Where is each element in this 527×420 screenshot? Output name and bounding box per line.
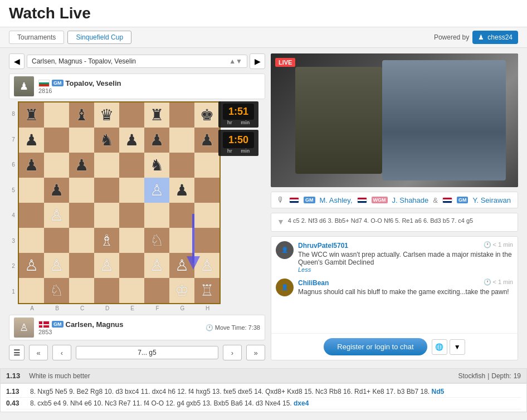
cell-e4[interactable] (119, 203, 144, 228)
prev-move-button[interactable]: ‹ (52, 345, 71, 360)
cell-g1[interactable]: ♔ (169, 278, 194, 303)
cell-b4[interactable]: ♙ (44, 203, 69, 228)
cell-d5[interactable] (94, 178, 119, 203)
cell-d3[interactable]: ♗ (94, 228, 119, 253)
cell-d2[interactable]: ♙ (94, 253, 119, 278)
chess-board[interactable]: ♜ ♝ ♛ ♜ ♚ ♟ ♞ ♟ ♟ ♟ (18, 101, 221, 304)
cell-h3[interactable] (194, 228, 219, 253)
cell-a3[interactable] (19, 228, 44, 253)
cell-b5[interactable]: ♟ (44, 178, 69, 203)
move-line-1-highlight[interactable]: Nd5 (432, 388, 445, 395)
cell-h7[interactable]: ♟ (194, 128, 219, 153)
cell-f8[interactable]: ♜ (144, 102, 169, 128)
cell-d8[interactable]: ♛ (94, 102, 119, 128)
cell-g5[interactable]: ♟ (169, 178, 194, 203)
chat-avatar-icon-2: 👤 (281, 284, 288, 290)
cell-c3[interactable] (69, 228, 94, 253)
cell-e7[interactable]: ♟ (119, 128, 144, 153)
cell-b8[interactable] (44, 102, 69, 128)
notation-arrow-icon: ▼ (277, 217, 285, 228)
cell-f1[interactable] (144, 278, 169, 303)
cell-e2[interactable] (119, 253, 144, 278)
cell-c8[interactable]: ♝ (69, 102, 94, 128)
black-timer-hr-label: hr (227, 120, 232, 125)
tab-sinquefield[interactable]: Sinquefield Cup (67, 31, 131, 44)
clock-icon-2: 🕐 (484, 279, 491, 285)
move-line-2-sequence: 8. cxb5 e4 9. Nh4 e6 10. Nc3 Re7 11. f4 … (30, 399, 521, 407)
next-move-button[interactable]: › (223, 345, 242, 360)
cell-b1[interactable]: ♘ (44, 278, 69, 303)
chat-avatar-1: 👤 (276, 241, 294, 259)
cell-e1[interactable] (119, 278, 144, 303)
cell-a8[interactable]: ♜ (19, 102, 44, 128)
file-d: D (95, 305, 120, 311)
menu-button[interactable]: ☰ (9, 345, 25, 360)
chat-globe-button[interactable]: 🌐 (432, 339, 447, 355)
board-nav: ☰ « ‹ 7... g5 › » (9, 345, 265, 360)
white-player-name: Carlsen, Magnus (66, 320, 124, 329)
cell-d7[interactable]: ♞ (94, 128, 119, 153)
cell-f5[interactable]: ♙ (144, 178, 169, 203)
cell-f6[interactable]: ♞ (144, 153, 169, 178)
video-box: LIVE (271, 53, 518, 187)
chat-less-1[interactable]: Less (298, 266, 513, 273)
cell-b7[interactable] (44, 128, 69, 153)
prev-game-button[interactable]: ◀ (9, 53, 25, 69)
cell-e6[interactable] (119, 153, 144, 178)
move-line-1-sequence: 8. Nxg5 Ne5 9. Be2 Rg8 10. d3 bxc4 11. d… (30, 388, 521, 395)
cell-a6[interactable]: ♟ (19, 153, 44, 178)
cell-g7[interactable] (169, 128, 194, 153)
cell-g4[interactable] (169, 203, 194, 228)
cell-f4[interactable] (144, 203, 169, 228)
chat-settings-button[interactable]: ▼ (450, 339, 465, 355)
cell-g6[interactable] (169, 153, 194, 178)
cell-b2[interactable]: ♙ (44, 253, 69, 278)
board-container: ♜ ♝ ♛ ♜ ♚ ♟ ♞ ♟ ♟ ♟ (18, 101, 221, 304)
cell-h8[interactable]: ♚ (194, 102, 219, 128)
move-line-2: 0.43 8. cxb5 e4 9. Nh4 e6 10. Nc3 Re7 11… (6, 398, 521, 409)
cell-g3[interactable] (169, 228, 194, 253)
cell-f3[interactable]: ♘ (144, 228, 169, 253)
cell-h1[interactable]: ♖ (194, 278, 219, 303)
tab-tournaments[interactable]: Tournaments (9, 31, 64, 44)
cell-d6[interactable] (94, 153, 119, 178)
cell-c5[interactable] (69, 178, 94, 203)
cell-g2[interactable]: ♙ (169, 253, 194, 278)
white-player-flag (38, 321, 50, 328)
rank-3: 3 (11, 228, 16, 253)
cell-e8[interactable] (119, 102, 144, 128)
cell-a4[interactable] (19, 203, 44, 228)
chat-icons: 🌐 ▼ (432, 339, 465, 355)
timers: 1:51 hrmin 1:50 hrmin (218, 101, 258, 156)
chat-login-button[interactable]: Register or login to chat (324, 338, 427, 355)
cell-d1[interactable] (94, 278, 119, 303)
cell-h4[interactable] (194, 203, 219, 228)
cell-f7[interactable]: ♟ (144, 128, 169, 153)
next-game-button[interactable]: ▶ (250, 53, 265, 69)
rank-6: 6 (11, 152, 16, 177)
cell-d4[interactable] (94, 203, 119, 228)
cell-g8[interactable] (169, 102, 194, 128)
chess24-badge[interactable]: ♟ chess24 (472, 31, 518, 44)
cell-c1[interactable] (69, 278, 94, 303)
cell-a2[interactable]: ♙ (19, 253, 44, 278)
cell-a7[interactable]: ♟ (19, 128, 44, 153)
move-line-2-highlight[interactable]: dxe4 (294, 399, 309, 407)
last-move-button[interactable]: » (246, 345, 265, 360)
first-move-button[interactable]: « (29, 345, 48, 360)
cell-e5[interactable] (119, 178, 144, 203)
cell-c7[interactable] (69, 128, 94, 153)
cell-c2[interactable] (69, 253, 94, 278)
cell-f2[interactable]: ♙ (144, 253, 169, 278)
cell-a5[interactable] (19, 178, 44, 203)
cell-h6[interactable] (194, 153, 219, 178)
cell-b6[interactable] (44, 153, 69, 178)
cell-c4[interactable] (69, 203, 94, 228)
video-placeholder (271, 53, 518, 187)
cell-c6[interactable]: ♟ (69, 153, 94, 178)
cell-b3[interactable] (44, 228, 69, 253)
cell-e3[interactable] (119, 228, 144, 253)
cell-h2[interactable]: ♙ (194, 253, 219, 278)
cell-a1[interactable] (19, 278, 44, 303)
cell-h5[interactable] (194, 178, 219, 203)
